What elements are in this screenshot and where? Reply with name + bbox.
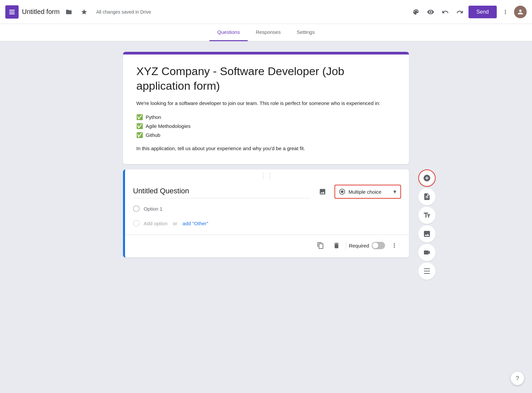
option-row-1: Option 1 xyxy=(133,201,401,216)
checklist-item-2: Agile Methodologies xyxy=(146,123,191,129)
svg-rect-0 xyxy=(9,10,15,10)
form-header-content: XYZ Company - Software Developer (Job ap… xyxy=(123,54,409,164)
topnav-left: Untitled form All changes saved in Drive xyxy=(5,5,410,19)
question-more-options-button[interactable] xyxy=(388,239,401,252)
question-card-wrapper: ⋮⋮ Multiple xyxy=(123,169,409,257)
import-questions-button[interactable] xyxy=(418,188,436,205)
drag-handle[interactable]: ⋮⋮ xyxy=(125,169,409,181)
question-input-area xyxy=(133,185,311,198)
question-card-body: Multiple choice ▾ Option 1 Add option or… xyxy=(125,181,409,231)
undo-icon-button[interactable] xyxy=(439,6,451,18)
question-row: Multiple choice ▾ xyxy=(133,185,401,199)
main-content: XYZ Company - Software Developer (Job ap… xyxy=(0,41,532,268)
add-image-to-question-button[interactable] xyxy=(316,185,329,198)
send-button[interactable]: Send xyxy=(468,6,497,18)
form-title: Untitled form xyxy=(22,8,60,16)
list-item: ✅ Python xyxy=(136,114,396,120)
help-label: ? xyxy=(516,375,519,382)
card-footer: Required xyxy=(125,235,409,257)
svg-rect-2 xyxy=(9,13,15,14)
add-option-row: Add option or add "Other" xyxy=(133,216,401,231)
add-title-button[interactable] xyxy=(418,207,436,224)
checklist: ✅ Python ✅ Agile Methodologies ✅ Github xyxy=(136,114,396,138)
add-option-radio xyxy=(133,220,140,227)
topnav-right: Send xyxy=(410,6,527,18)
option-text-1: Option 1 xyxy=(144,206,163,212)
help-button[interactable]: ? xyxy=(511,372,524,385)
topnav: Untitled form All changes saved in Drive… xyxy=(0,0,532,24)
user-avatar[interactable] xyxy=(514,6,527,18)
form-header-description: We're looking for a software developer t… xyxy=(136,100,396,107)
star-icon-button[interactable] xyxy=(78,6,90,18)
list-item: ✅ Agile Methodologies xyxy=(136,123,396,129)
radio-dot xyxy=(341,190,343,193)
add-video-button[interactable] xyxy=(418,244,436,261)
add-question-button[interactable] xyxy=(418,169,436,187)
type-selector-inner: Multiple choice xyxy=(339,189,381,195)
form-header-title[interactable]: XYZ Company - Software Developer (Job ap… xyxy=(136,64,396,93)
add-other-separator: or xyxy=(173,221,177,226)
radio-circle-icon xyxy=(339,189,345,195)
add-image-button[interactable] xyxy=(418,225,436,243)
add-section-button[interactable] xyxy=(418,262,436,280)
add-other-link[interactable]: add "Other" xyxy=(183,221,208,226)
check-emoji-1: ✅ xyxy=(136,114,143,120)
check-emoji-3: ✅ xyxy=(136,132,143,138)
question-input[interactable] xyxy=(133,185,311,198)
tabs-bar: Questions Responses Settings xyxy=(0,24,532,41)
tab-settings[interactable]: Settings xyxy=(289,24,323,41)
copy-question-button[interactable] xyxy=(314,239,327,252)
app-icon xyxy=(5,5,19,19)
list-item: ✅ Github xyxy=(136,132,396,138)
save-status: All changes saved in Drive xyxy=(96,9,151,15)
tab-responses[interactable]: Responses xyxy=(248,24,289,41)
footer-divider xyxy=(346,241,346,250)
tab-questions[interactable]: Questions xyxy=(209,24,248,41)
redo-icon-button[interactable] xyxy=(454,6,466,18)
chevron-down-icon: ▾ xyxy=(393,188,396,195)
preview-icon-button[interactable] xyxy=(425,6,437,18)
add-option-text[interactable]: Add option xyxy=(144,221,168,226)
required-label: Required xyxy=(349,243,369,248)
check-emoji-2: ✅ xyxy=(136,123,143,129)
delete-question-button[interactable] xyxy=(330,239,343,252)
right-sidebar xyxy=(418,169,436,280)
form-header-card: XYZ Company - Software Developer (Job ap… xyxy=(123,52,409,164)
more-options-button[interactable] xyxy=(499,6,511,18)
folder-icon-button[interactable] xyxy=(63,6,75,18)
question-type-label: Multiple choice xyxy=(348,189,381,195)
checklist-item-3: Github xyxy=(146,132,160,138)
form-header-closing: In this application, tell us about your … xyxy=(136,145,396,152)
option-radio-1 xyxy=(133,205,140,212)
required-toggle[interactable] xyxy=(372,242,385,249)
checklist-item-1: Python xyxy=(146,114,161,120)
toggle-knob xyxy=(372,243,378,248)
svg-rect-1 xyxy=(9,12,15,12)
question-type-selector[interactable]: Multiple choice ▾ xyxy=(334,185,401,199)
palette-icon-button[interactable] xyxy=(410,6,422,18)
question-card: ⋮⋮ Multiple xyxy=(123,169,409,257)
